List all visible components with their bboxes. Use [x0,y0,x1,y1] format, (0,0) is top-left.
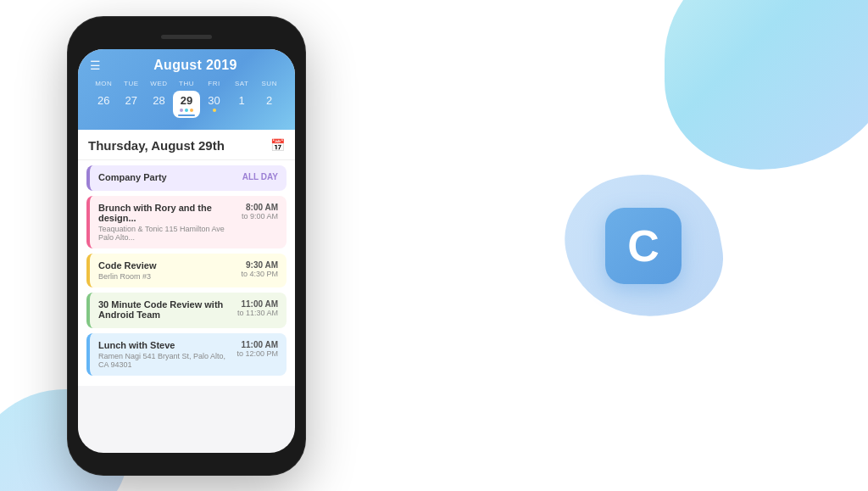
event-info: Brunch with Rory and the design... Teaqu… [98,203,236,242]
event-time-end: to 12:00 PM [236,349,278,358]
app-icon[interactable]: C [605,208,682,284]
dot-purple [180,109,183,112]
event-time: 11:00 AM to 11:30 AM [236,299,278,317]
cal-date-29[interactable]: 29 [173,91,201,118]
event-title: Code Review [98,260,236,271]
phone-container: ☰ August 2019 MON TUE WED THU FRI SAT SU… [68,17,305,475]
event-time-end: to 11:30 AM [236,309,278,317]
event-info: Lunch with Steve Ramen Nagi 541 Bryant S… [98,340,236,369]
calendar-icon[interactable]: 📅 [270,138,285,152]
event-time: 9:30 AM to 4:30 PM [236,260,278,278]
event-time-start: 9:30 AM [236,260,278,270]
day-label-fri: FRI [200,80,228,87]
event-card-brunch[interactable]: Brunch with Rory and the design... Teaqu… [86,196,287,248]
calendar-header-top: ☰ August 2019 [90,58,283,73]
calendar-day-labels: MON TUE WED THU FRI SAT SUN [90,80,283,87]
cal-date-2[interactable]: 2 [255,91,283,118]
event-title: Company Party [98,172,236,182]
event-time: 8:00 AM to 9:00 AM [236,203,278,220]
bg-blob-top-right [665,0,868,170]
cal-date-27[interactable]: 27 [118,91,146,118]
day-title: Thursday, August 29th [88,138,225,153]
phone-speaker [161,35,212,39]
cal-date-26[interactable]: 26 [90,91,118,118]
day-label-sat: SAT [228,80,256,87]
event-card-code-review[interactable]: Code Review Berlin Room #3 9:30 AM to 4:… [86,254,287,287]
event-info: Company Party [98,172,236,184]
day-view: Thursday, August 29th 📅 Company Party AL… [78,130,295,386]
phone-body: ☰ August 2019 MON TUE WED THU FRI SAT SU… [68,17,305,475]
event-subtitle: Teaquation & Tonic 115 Hamilton Ave Palo… [98,225,236,242]
calendar-header: ☰ August 2019 MON TUE WED THU FRI SAT SU… [78,49,295,130]
selected-underline [178,114,195,116]
event-card-android-review[interactable]: 30 Minute Code Review with Android Team … [86,293,287,328]
calendar-month-title: August 2019 [108,58,283,73]
day-label-thu: THU [173,80,201,87]
day-header: Thursday, August 29th 📅 [78,130,295,160]
event-time: ALL DAY [236,172,278,181]
event-time-start: 8:00 AM [236,203,278,212]
event-title: 30 Minute Code Review with Android Team [98,299,236,320]
event-info: Code Review Berlin Room #3 [98,260,236,281]
event-card-lunch-steve[interactable]: Lunch with Steve Ramen Nagi 541 Bryant S… [86,333,287,376]
event-time: 11:00 AM to 12:00 PM [236,340,278,358]
event-subtitle: Berlin Room #3 [98,272,236,281]
event-time-start: 11:00 AM [236,340,278,349]
app-icon-container: C [605,208,682,284]
event-time-end: to 4:30 PM [236,270,278,278]
hamburger-icon[interactable]: ☰ [90,59,101,71]
event-info: 30 Minute Code Review with Android Team [98,299,236,321]
dot-teal [185,109,188,112]
cal-date-28[interactable]: 28 [145,91,173,118]
dot-yellow [213,109,216,112]
event-allday-label: ALL DAY [236,172,278,181]
day-label-sun: SUN [255,80,283,87]
event-title: Brunch with Rory and the design... [98,203,236,223]
calendar-dates-row: 26 27 28 29 [90,91,283,118]
events-list: Company Party ALL DAY Brunch with Rory a… [78,160,295,386]
event-title: Lunch with Steve [98,340,236,350]
phone-notch-area [78,27,295,47]
event-card-company-party[interactable]: Company Party ALL DAY [86,165,287,191]
event-time-end: to 9:00 AM [236,212,278,220]
cal-date-30[interactable]: 30 [200,91,228,118]
day-label-mon: MON [90,80,118,87]
phone-screen: ☰ August 2019 MON TUE WED THU FRI SAT SU… [78,49,295,453]
day-label-wed: WED [145,80,173,87]
app-icon-letter: C [627,224,659,268]
event-subtitle: Ramen Nagi 541 Bryant St, Palo Alto, CA … [98,352,236,369]
cal-date-1[interactable]: 1 [228,91,256,118]
dot-orange [190,109,193,112]
day-label-tue: TUE [118,80,146,87]
event-time-start: 11:00 AM [236,299,278,309]
